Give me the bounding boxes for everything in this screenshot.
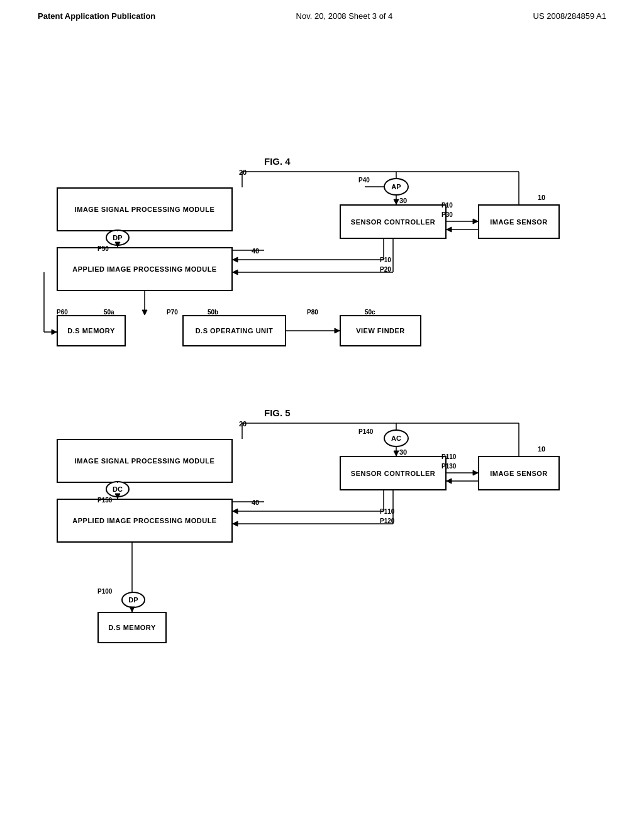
svg-marker-17 [233, 270, 238, 275]
fig4-num10: 10 [538, 194, 545, 201]
fig5-num20: 20 [239, 420, 247, 428]
page-header: Patent Application Publication Nov. 20, … [0, 0, 644, 27]
fig5-sensor-controller-box: SENSOR CONTROLLER [340, 456, 447, 490]
fig4-dp-oval: DP [106, 230, 130, 246]
fig5-applied-image-box: APPLIED IMAGE PROCESSING MODULE [57, 499, 233, 543]
fig5-dp-oval: DP [121, 592, 145, 608]
fig4-num30: 30 [399, 197, 407, 204]
fig5-label: FIG. 5 [264, 407, 291, 418]
fig4-p60: P60 [57, 309, 68, 316]
fig5-dc-oval: DC [106, 481, 130, 497]
fig5-image-sensor-box: IMAGE SENSOR [478, 456, 560, 490]
fig4-p70: P70 [167, 309, 178, 316]
arrows-svg [0, 27, 644, 807]
svg-marker-43 [233, 521, 238, 526]
diagram-area: FIG. 4 20 10 30 40 IMAGE SIGNAL PROCESSI… [0, 27, 644, 807]
fig5-num10: 10 [538, 445, 545, 453]
fig5-image-signal-box: IMAGE SIGNAL PROCESSING MODULE [57, 439, 233, 483]
svg-marker-13 [394, 199, 399, 204]
fig5-p120: P120 [380, 517, 394, 524]
fig4-50a: 50a [104, 309, 114, 316]
svg-marker-33 [394, 451, 399, 456]
header-center: Nov. 20, 2008 Sheet 3 of 4 [296, 11, 393, 21]
fig5-num40: 40 [252, 499, 259, 506]
svg-marker-23 [52, 329, 57, 335]
svg-marker-10 [447, 227, 452, 232]
fig4-sensor-controller-box: SENSOR CONTROLLER [340, 204, 447, 239]
fig5-num30: 30 [399, 448, 407, 456]
svg-marker-8 [473, 219, 478, 224]
fig5-ds-memory-box: D.S MEMORY [97, 612, 167, 643]
fig4-label: FIG. 4 [264, 156, 291, 167]
fig4-50c: 50c [365, 309, 375, 316]
svg-marker-46 [233, 509, 238, 514]
fig4-ds-memory-box: D.S MEMORY [57, 315, 126, 346]
fig4-p10-2: P10 [380, 257, 391, 263]
fig4-p40: P40 [358, 177, 370, 184]
fig4-applied-image-box: APPLIED IMAGE PROCESSING MODULE [57, 247, 233, 291]
fig4-image-sensor-box: IMAGE SENSOR [478, 204, 560, 239]
fig4-ap-oval: AP [384, 178, 409, 196]
fig4-p30: P30 [441, 211, 453, 218]
fig4-p80: P80 [307, 309, 318, 316]
fig4-ds-operating-box: D.S OPERATING UNIT [182, 315, 286, 346]
fig5-p110-1: P110 [441, 453, 456, 460]
svg-marker-27 [335, 328, 340, 333]
svg-marker-20 [233, 257, 238, 262]
fig5-p140: P140 [358, 428, 373, 435]
fig5-p130: P130 [441, 463, 456, 470]
fig5-p150: P150 [97, 497, 112, 504]
fig4-image-signal-box: IMAGE SIGNAL PROCESSING MODULE [57, 187, 233, 231]
header-right: US 2008/284859 A1 [533, 11, 606, 21]
svg-marker-40 [447, 479, 452, 484]
svg-marker-38 [473, 470, 478, 475]
fig5-p110-2: P110 [380, 508, 394, 515]
fig4-num40: 40 [252, 247, 259, 255]
fig5-p100: P100 [97, 588, 112, 595]
fig4-50b: 50b [208, 309, 218, 316]
fig5-ac-oval: AC [384, 429, 409, 447]
svg-marker-25 [142, 310, 147, 315]
fig4-p10-1: P10 [441, 202, 453, 209]
header-left: Patent Application Publication [38, 11, 155, 21]
fig4-view-finder-box: VIEW FINDER [340, 315, 421, 346]
fig4-num20: 20 [239, 169, 247, 176]
fig4-p50: P50 [97, 245, 109, 252]
fig4-p20: P20 [380, 266, 391, 273]
